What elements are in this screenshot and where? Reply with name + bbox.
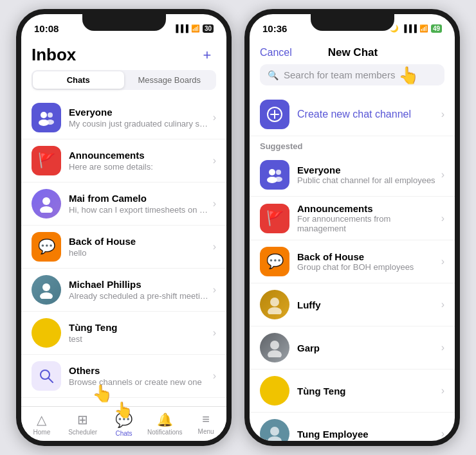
- left-phone: 10:08 ▐▐▐ 📶 30 Inbox + Chats Message Boa…: [16, 9, 232, 446]
- chevron-tung: ›: [213, 327, 216, 339]
- nav-menu-label: Menu: [198, 428, 214, 435]
- nav-scheduler[interactable]: ⊞ Scheduler: [62, 412, 104, 437]
- info-tunge: Tung Employee: [297, 429, 437, 440]
- new-chat-header: Cancel New Chat: [250, 40, 455, 64]
- name-tungteng: Tùng Teng: [297, 386, 437, 397]
- chevron-michael: ›: [213, 284, 216, 296]
- svg-point-0: [41, 112, 47, 118]
- chevron-create: ›: [441, 109, 444, 120]
- chat-name-everyone: Everyone: [69, 107, 209, 118]
- chat-preview-others: Browse channels or create new one: [69, 377, 209, 387]
- name-boh: Back of House: [297, 251, 437, 262]
- chat-preview-announcements: Here are some details:: [69, 162, 209, 172]
- chat-item-everyone[interactable]: Everyone My cousin just graduated culina…: [21, 96, 226, 139]
- svg-point-4: [42, 197, 50, 205]
- right-phone: 10:36 🌙 ▐▐▐ 📶 49 Cancel New Chat 🔍 Searc…: [244, 9, 460, 446]
- nav-home-label: Home: [33, 429, 51, 436]
- desc-announcements: For announcements from management: [297, 214, 437, 233]
- avatar-announcements: 🚩: [32, 146, 61, 175]
- chat-item-announcements[interactable]: 🚩 Announcements Here are some details: ›: [21, 139, 226, 183]
- svg-point-20: [268, 350, 282, 357]
- avatar-everyone: [32, 103, 61, 132]
- status-icons-right: 🌙 ▐▐▐ 📶 49: [390, 24, 442, 33]
- create-channel-icon: [260, 100, 289, 129]
- group-icon-suggested: [266, 166, 284, 184]
- suggested-everyone[interactable]: Everyone Public chat channel for all emp…: [250, 154, 455, 197]
- chat-info-boh: Back of House hello: [69, 236, 209, 258]
- cursor-hand-nav: 👆: [114, 401, 133, 419]
- nav-scheduler-label: Scheduler: [68, 429, 97, 436]
- new-chat-title: New Chat: [328, 46, 378, 59]
- suggested-garp[interactable]: Garp ›: [250, 326, 455, 370]
- signal-icon: ▐▐▐: [173, 24, 188, 32]
- svg-point-13: [269, 169, 275, 175]
- person-icon-garp: [265, 338, 284, 357]
- suggested-tung-employee[interactable]: Tung Employee ›: [250, 413, 455, 441]
- chat-item-boh[interactable]: 💬 Back of House hello ›: [21, 226, 226, 269]
- avatar-boh: 💬: [32, 232, 61, 262]
- chat-preview-everyone: My cousin just graduated culinary schoo.…: [69, 119, 209, 129]
- bottom-nav: △ Home ⊞ Scheduler 💬 Chats 👆 🔔 Notificat…: [21, 406, 226, 441]
- create-channel-label[interactable]: Create new chat channel: [297, 109, 437, 120]
- chat-item-tung[interactable]: Tùng Teng test ›: [21, 312, 226, 355]
- home-icon: △: [37, 412, 46, 427]
- nav-menu[interactable]: ≡ Menu: [185, 412, 226, 437]
- chat-info-announcements: Announcements Here are some details:: [69, 150, 209, 172]
- chevron-s-ann: ›: [441, 213, 444, 224]
- add-button[interactable]: +: [198, 46, 216, 64]
- battery-icon-right: 49: [431, 24, 442, 33]
- name-garp: Garp: [297, 343, 437, 353]
- menu-icon: ≡: [202, 412, 210, 427]
- nav-chats-label: Chats: [115, 430, 132, 437]
- person-icon-mai: [37, 195, 55, 213]
- info-announcements: Announcements For announcements from man…: [297, 203, 437, 233]
- signal-icon-right: ▐▐▐: [401, 24, 416, 32]
- chevron-s-tung: ›: [441, 385, 444, 397]
- scheduler-icon: ⊞: [77, 412, 88, 427]
- svg-point-1: [48, 112, 53, 118]
- svg-point-7: [40, 292, 53, 299]
- person-icon-michael: [37, 281, 55, 299]
- nav-notifications-label: Notifications: [147, 429, 182, 436]
- avatar-suggested-announcements: 🚩: [260, 204, 289, 233]
- name-tunge: Tung Employee: [297, 429, 437, 440]
- svg-point-17: [270, 298, 279, 307]
- tab-chats[interactable]: Chats: [33, 71, 124, 89]
- tab-message-boards[interactable]: Message Boards: [124, 71, 215, 89]
- chat-info-everyone: Everyone My cousin just graduated culina…: [69, 107, 209, 129]
- suggested-announcements[interactable]: 🚩 Announcements For announcements from m…: [250, 197, 455, 240]
- chevron-others: ›: [213, 370, 216, 382]
- chat-item-others[interactable]: Others Browse channels or create new one…: [21, 355, 226, 398]
- info-luffy: Luffy: [297, 299, 437, 310]
- suggested-list: Everyone Public chat channel for all emp…: [250, 154, 455, 441]
- chat-info-tung: Tùng Teng test: [69, 322, 209, 344]
- nav-notifications[interactable]: 🔔 Notifications: [144, 412, 185, 437]
- nav-chats[interactable]: 💬 Chats 👆: [104, 412, 145, 437]
- chat-item-mai[interactable]: Mai from Camelo Hi, how can I export tim…: [21, 183, 226, 226]
- chat-preview-tung: test: [69, 334, 209, 344]
- chat-name-announcements: Announcements: [69, 150, 209, 161]
- svg-point-21: [270, 427, 279, 436]
- suggested-luffy[interactable]: Luffy ›: [250, 283, 455, 326]
- chat-info-mai: Mai from Camelo Hi, how can I export tim…: [69, 193, 209, 215]
- chevron-s-tunge: ›: [441, 428, 444, 440]
- suggested-tungteng[interactable]: Tùng Teng ›: [250, 370, 455, 413]
- nav-home[interactable]: △ Home: [21, 412, 62, 437]
- search-bar[interactable]: 🔍 Search for team members 👆: [260, 64, 444, 85]
- wifi-icon: 📶: [191, 24, 200, 33]
- chat-item-michael[interactable]: Michael Phillips Already scheduled a pre…: [21, 269, 226, 312]
- svg-point-5: [40, 206, 53, 213]
- person-icon-tunge: [265, 424, 284, 441]
- cancel-button[interactable]: Cancel: [260, 47, 292, 58]
- svg-point-14: [276, 170, 281, 175]
- create-channel-item[interactable]: Create new chat channel ›: [250, 93, 455, 136]
- svg-point-22: [268, 436, 282, 441]
- svg-line-9: [48, 378, 53, 382]
- chevron-s-luffy: ›: [441, 299, 444, 310]
- chevron-mai: ›: [213, 198, 216, 210]
- svg-point-18: [268, 307, 282, 314]
- suggested-boh[interactable]: 💬 Back of House Group chat for BOH emplo…: [250, 240, 455, 283]
- tab-bar: Chats Message Boards: [32, 70, 216, 90]
- avatar-michael: [32, 275, 61, 305]
- chat-name-others: Others: [69, 365, 209, 376]
